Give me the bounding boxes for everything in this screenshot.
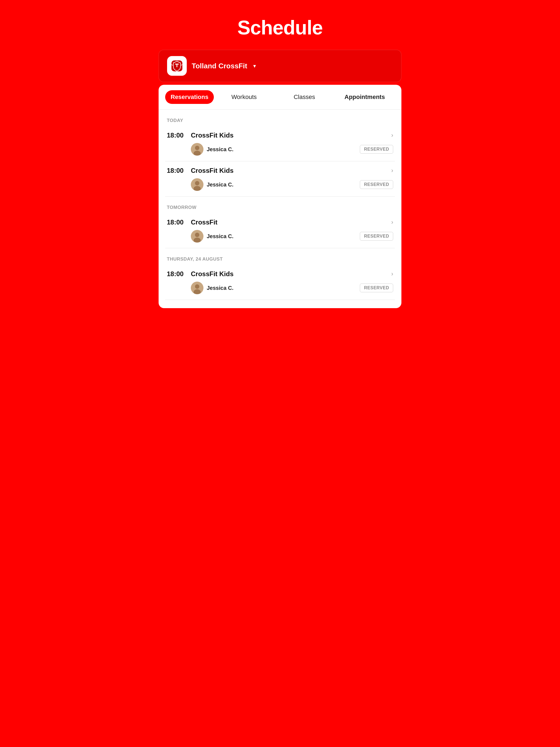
avatar-image [191, 143, 203, 156]
status-badge: RESERVED [360, 232, 393, 241]
status-badge: RESERVED [360, 145, 393, 154]
user-info: Jessica C. [191, 178, 233, 191]
reservation-time-title: 18:00 CrossFit Kids [167, 131, 233, 139]
page-wrapper: Schedule Tolland CrossFit ▾ Reserv [150, 0, 410, 308]
avatar-image [191, 282, 203, 294]
user-name: Jessica C. [207, 182, 233, 188]
main-card: Reservations Workouts Classes Appointmen… [159, 85, 401, 308]
table-row[interactable]: 18:00 CrossFit Kids › [165, 265, 395, 300]
user-info: Jessica C. [191, 282, 233, 294]
reservation-time-title: 18:00 CrossFit Kids [167, 167, 233, 175]
table-row[interactable]: 18:00 CrossFit Kids › [165, 126, 395, 161]
day-label-thursday: THURSDAY, 24 AUGUST [165, 256, 395, 262]
tab-appointments[interactable]: Appointments [334, 91, 395, 103]
gym-selector[interactable]: Tolland CrossFit ▾ [159, 50, 401, 82]
user-info: Jessica C. [191, 230, 233, 242]
reservation-details: Jessica C. RESERVED [167, 230, 393, 242]
reservation-details: Jessica C. RESERVED [167, 143, 393, 156]
avatar [191, 230, 203, 242]
gym-logo-icon [170, 59, 184, 73]
chevron-right-icon: › [391, 219, 393, 226]
tab-reservations[interactable]: Reservations [165, 90, 214, 104]
avatar [191, 282, 203, 294]
day-label-tomorrow: TOMORROW [165, 205, 395, 210]
table-row[interactable]: 18:00 CrossFit › [165, 213, 395, 248]
time-text: 18:00 [167, 270, 186, 278]
svg-point-10 [195, 233, 199, 237]
status-badge: RESERVED [360, 180, 393, 189]
class-title: CrossFit Kids [191, 270, 233, 278]
tabs-row: Reservations Workouts Classes Appointmen… [159, 85, 401, 110]
chevron-right-icon: › [391, 132, 393, 139]
time-text: 18:00 [167, 218, 186, 226]
reservation-details: Jessica C. RESERVED [167, 282, 393, 294]
table-row[interactable]: 18:00 CrossFit Kids › [165, 161, 395, 197]
chevron-right-icon: › [391, 167, 393, 174]
user-name: Jessica C. [207, 146, 233, 153]
reservation-top: 18:00 CrossFit Kids › [167, 270, 393, 278]
chevron-down-icon: ▾ [253, 62, 256, 69]
gym-logo [167, 56, 187, 76]
user-name: Jessica C. [207, 285, 233, 291]
section-tomorrow: TOMORROW 18:00 CrossFit › [165, 205, 395, 248]
time-text: 18:00 [167, 167, 186, 175]
gym-name: Tolland CrossFit [192, 62, 247, 70]
tab-classes[interactable]: Classes [274, 91, 335, 103]
section-thursday: THURSDAY, 24 AUGUST 18:00 CrossFit Kids … [165, 256, 395, 300]
class-title: CrossFit [191, 218, 218, 226]
user-name: Jessica C. [207, 233, 233, 239]
reservation-top: 18:00 CrossFit Kids › [167, 167, 393, 175]
reservation-time-title: 18:00 CrossFit Kids [167, 270, 233, 278]
reservation-details: Jessica C. RESERVED [167, 178, 393, 191]
tab-workouts[interactable]: Workouts [214, 91, 274, 103]
page-title: Schedule [161, 17, 399, 39]
reservation-top: 18:00 CrossFit Kids › [167, 131, 393, 139]
svg-point-7 [195, 181, 199, 185]
reservation-time-title: 18:00 CrossFit [167, 218, 218, 226]
section-today: TODAY 18:00 CrossFit Kids › [165, 118, 395, 197]
time-text: 18:00 [167, 131, 186, 139]
avatar-image [191, 230, 203, 242]
chevron-right-icon: › [391, 271, 393, 278]
avatar [191, 178, 203, 191]
header-section: Schedule [150, 0, 410, 50]
content-area: TODAY 18:00 CrossFit Kids › [159, 118, 401, 300]
class-title: CrossFit Kids [191, 131, 233, 139]
svg-point-4 [195, 146, 199, 150]
svg-point-13 [195, 284, 199, 289]
status-badge: RESERVED [360, 284, 393, 292]
day-label-today: TODAY [165, 118, 395, 123]
reservation-top: 18:00 CrossFit › [167, 218, 393, 226]
avatar [191, 143, 203, 156]
avatar-image [191, 178, 203, 191]
user-info: Jessica C. [191, 143, 233, 156]
svg-rect-2 [177, 64, 177, 67]
class-title: CrossFit Kids [191, 167, 233, 175]
